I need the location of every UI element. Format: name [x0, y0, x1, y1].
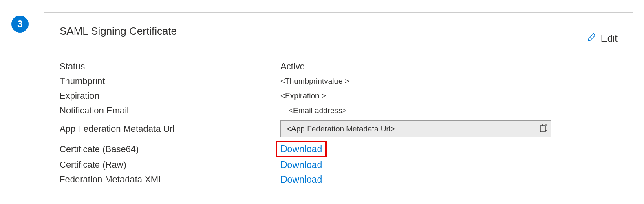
expiration-value: <Expiration >	[280, 91, 326, 100]
cert-raw-download-link[interactable]: Download	[280, 160, 322, 171]
step-number-badge: 3	[11, 16, 29, 33]
expiration-row: Expiration <Expiration >	[60, 89, 618, 103]
expiration-label: Expiration	[60, 91, 280, 101]
step-line-bottom	[20, 33, 20, 204]
metadata-url-label: App Federation Metadata Url	[60, 124, 280, 134]
edit-button[interactable]: Edit	[587, 32, 618, 44]
status-row: Status Active	[60, 59, 618, 74]
card-title: SAML Signing Certificate	[60, 25, 177, 38]
notification-email-value: <Email address>	[289, 106, 347, 115]
top-divider	[44, 0, 633, 2]
cert-base64-label: Certificate (Base64)	[60, 144, 280, 155]
fed-metadata-xml-download-link[interactable]: Download	[280, 174, 322, 185]
card-header: SAML Signing Certificate Edit	[60, 25, 618, 44]
notification-email-label: Notification Email	[60, 105, 280, 116]
thumbprint-row: Thumbprint <Thumbprintvalue >	[60, 74, 618, 89]
status-value: Active	[280, 61, 305, 72]
step-line-top	[20, 0, 20, 16]
metadata-url-input[interactable]	[287, 124, 540, 133]
cert-raw-row: Certificate (Raw) Download	[60, 157, 618, 172]
pencil-icon	[587, 32, 597, 44]
metadata-url-field-wrap	[280, 120, 551, 137]
cert-base64-row: Certificate (Base64) Download	[60, 141, 618, 157]
copy-icon[interactable]	[540, 124, 548, 134]
saml-certificate-card: SAML Signing Certificate Edit Status Act…	[44, 12, 633, 196]
metadata-url-row: App Federation Metadata Url	[60, 120, 618, 137]
status-label: Status	[60, 61, 280, 72]
thumbprint-label: Thumbprint	[60, 76, 280, 86]
cert-raw-label: Certificate (Raw)	[60, 160, 280, 170]
fed-metadata-xml-label: Federation Metadata XML	[60, 174, 280, 185]
notification-email-row: Notification Email <Email address>	[60, 103, 618, 118]
fed-metadata-xml-row: Federation Metadata XML Download	[60, 172, 618, 187]
edit-label: Edit	[601, 33, 618, 44]
cert-base64-download-link[interactable]: Download	[276, 141, 327, 157]
svg-rect-0	[540, 126, 545, 132]
thumbprint-value: <Thumbprintvalue >	[280, 77, 349, 86]
